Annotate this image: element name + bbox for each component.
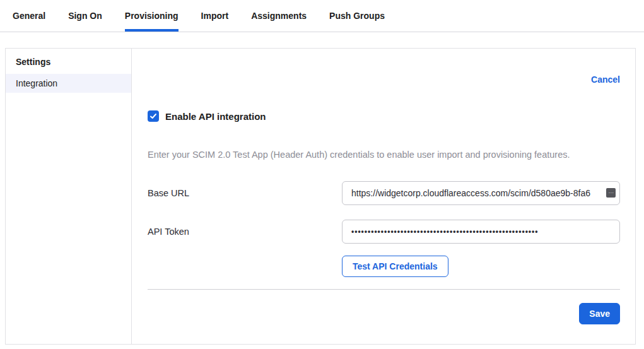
base-url-label: Base URL: [148, 188, 342, 198]
enable-api-row: Enable API integration: [148, 110, 620, 122]
api-token-label: API Token: [148, 227, 342, 237]
settings-sidebar: Settings Integration: [6, 49, 132, 344]
base-url-input[interactable]: [342, 181, 620, 205]
cancel-row: Cancel: [148, 74, 620, 86]
test-api-credentials-button[interactable]: Test API Credentials: [342, 256, 448, 277]
enable-api-label: Enable API integration: [165, 111, 266, 122]
tab-general[interactable]: General: [13, 0, 45, 32]
check-icon: [149, 112, 157, 120]
sidebar-item-integration[interactable]: Integration: [6, 74, 131, 93]
tab-assignments[interactable]: Assignments: [251, 0, 307, 32]
save-row: Save: [148, 303, 620, 324]
base-url-input-wrap: ⋯: [342, 181, 620, 205]
tab-sign-on[interactable]: Sign On: [68, 0, 102, 32]
cancel-button[interactable]: Cancel: [591, 74, 620, 85]
tab-push-groups[interactable]: Push Groups: [329, 0, 385, 32]
api-token-input[interactable]: [342, 220, 620, 244]
app-tab-bar: General Sign On Provisioning Import Assi…: [0, 0, 644, 32]
save-button[interactable]: Save: [579, 303, 620, 324]
enable-api-checkbox[interactable]: [148, 110, 159, 122]
test-credentials-row: Test API Credentials: [342, 256, 620, 277]
api-token-row: API Token: [148, 220, 620, 244]
footer-divider: [148, 289, 620, 290]
sidebar-heading: Settings: [6, 49, 131, 74]
provisioning-panel: Settings Integration Cancel Enable API i…: [5, 48, 636, 345]
integration-form: Cancel Enable API integration Enter your…: [132, 49, 635, 344]
tab-import[interactable]: Import: [201, 0, 229, 32]
credentials-description: Enter your SCIM 2.0 Test App (Header Aut…: [148, 150, 620, 160]
base-url-row: Base URL ⋯: [148, 181, 620, 205]
api-token-input-wrap: [342, 220, 620, 244]
tab-provisioning[interactable]: Provisioning: [125, 0, 179, 32]
